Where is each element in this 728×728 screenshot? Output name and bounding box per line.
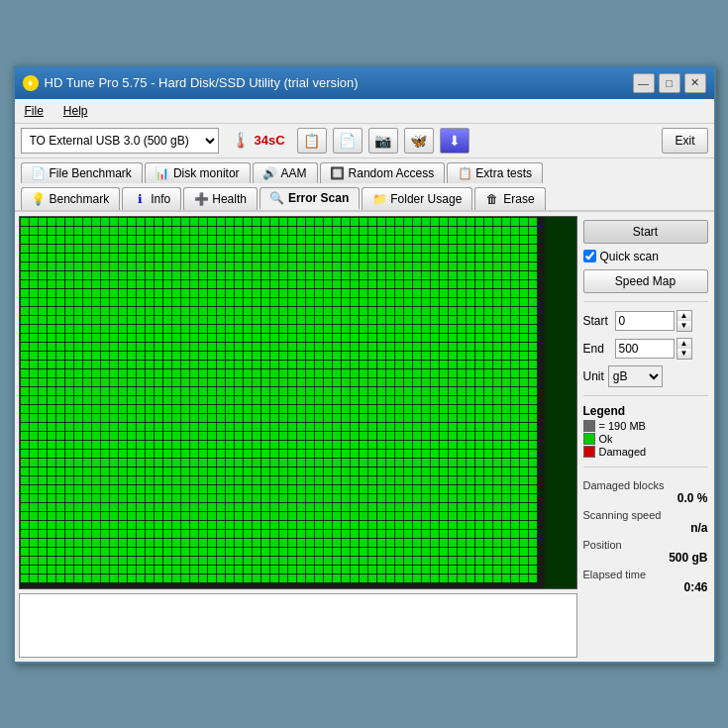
elapsed-time-value: 0:46 xyxy=(583,580,708,594)
random-access-icon: 🔲 xyxy=(331,166,345,180)
end-down-btn[interactable]: ▼ xyxy=(677,349,691,359)
legend-ok-label: Ok xyxy=(599,433,613,445)
file-benchmark-icon: 📄 xyxy=(32,166,46,180)
end-input[interactable] xyxy=(615,339,675,359)
quick-scan-label: Quick scan xyxy=(600,250,659,263)
end-up-btn[interactable]: ▲ xyxy=(677,339,691,349)
tab-aam[interactable]: 🔊 AAM xyxy=(253,162,318,183)
benchmark-icon: 💡 xyxy=(32,192,46,206)
health-icon: ➕ xyxy=(194,192,208,206)
legend-damaged-item: Damaged xyxy=(583,446,708,458)
minimize-button[interactable]: — xyxy=(633,73,655,93)
toolbar: TO External USB 3.0 (500 gB) 🌡️ 34sC 📋 📄… xyxy=(15,124,714,158)
damaged-blocks-row: Damaged blocks 0.0 % xyxy=(583,479,708,505)
tab-erase-label: Erase xyxy=(503,192,534,206)
extra-tests-icon: 📋 xyxy=(458,166,471,180)
log-area xyxy=(19,593,577,658)
elapsed-time-label: Elapsed time xyxy=(583,569,647,580)
legend-block-label: = 190 MB xyxy=(599,420,646,432)
start-up-btn[interactable]: ▲ xyxy=(677,311,691,321)
menu-file[interactable]: File xyxy=(21,102,48,120)
scan-canvas xyxy=(20,217,545,588)
legend-block-box xyxy=(583,420,595,432)
exit-button[interactable]: Exit xyxy=(662,128,707,154)
title-controls: — □ ✕ xyxy=(633,73,706,93)
tab-file-benchmark-label: File Benchmark xyxy=(50,166,132,180)
temperature-value: 34sC xyxy=(255,133,285,148)
start-button[interactable]: Start xyxy=(583,220,708,244)
end-spinners: ▲ ▼ xyxy=(676,338,692,360)
tab-disk-monitor-label: Disk monitor xyxy=(173,166,240,180)
tab-folder-usage-label: Folder Usage xyxy=(390,192,462,206)
drive-select[interactable]: TO External USB 3.0 (500 gB) xyxy=(21,128,219,154)
menu-help[interactable]: Help xyxy=(59,102,92,120)
copy-btn2[interactable]: 📄 xyxy=(333,128,363,154)
aam-icon: 🔊 xyxy=(263,166,277,180)
quick-scan-row: Quick scan xyxy=(583,250,708,263)
start-label: Start xyxy=(583,314,613,328)
error-scan-icon: 🔍 xyxy=(270,191,284,205)
start-down-btn[interactable]: ▼ xyxy=(677,321,691,331)
tab-health[interactable]: ➕ Health xyxy=(183,187,258,210)
scan-grid-container xyxy=(19,216,577,658)
quick-scan-checkbox[interactable] xyxy=(583,250,596,262)
maximize-button[interactable]: □ xyxy=(659,73,680,93)
speed-map-button[interactable]: Speed Map xyxy=(583,269,708,293)
damaged-blocks-value: 0.0 % xyxy=(583,491,708,505)
elapsed-time-row: Elapsed time 0:46 xyxy=(583,569,708,594)
right-panel: Start Quick scan Speed Map Start ▲ ▼ End xyxy=(581,216,710,658)
download-btn[interactable]: ⬇ xyxy=(440,128,469,154)
menubar: File Help xyxy=(15,99,714,124)
tab-random-access[interactable]: 🔲 Random Access xyxy=(320,162,446,183)
scanning-speed-label: Scanning speed xyxy=(583,509,662,521)
tab-error-scan-label: Error Scan xyxy=(288,191,349,205)
tab-file-benchmark[interactable]: 📄 File Benchmark xyxy=(21,162,143,183)
scan-grid xyxy=(19,216,577,589)
tab-folder-usage[interactable]: 📁 Folder Usage xyxy=(362,187,472,210)
unit-select[interactable]: gB xyxy=(608,365,663,387)
copy-btn1[interactable]: 📋 xyxy=(297,128,327,154)
tab-benchmark[interactable]: 💡 Benchmark xyxy=(21,187,121,210)
position-label: Position xyxy=(583,539,622,551)
tab-aam-label: AAM xyxy=(281,166,307,180)
legend-damaged-box xyxy=(583,446,595,458)
tab-error-scan[interactable]: 🔍 Error Scan xyxy=(260,187,360,210)
end-label: End xyxy=(583,342,613,356)
tab-info[interactable]: ℹ Info xyxy=(122,187,181,210)
window-title: HD Tune Pro 5.75 - Hard Disk/SSD Utility… xyxy=(45,75,359,90)
thermometer-icon: 🌡️ xyxy=(231,131,251,150)
camera-btn[interactable]: 📷 xyxy=(368,128,398,154)
scanning-speed-value: n/a xyxy=(583,521,708,535)
tabs-row1: 📄 File Benchmark 📊 Disk monitor 🔊 AAM 🔲 … xyxy=(15,158,714,185)
tab-extra-tests-label: Extra tests xyxy=(475,166,532,180)
divider3 xyxy=(583,467,708,468)
legend-ok-item: Ok xyxy=(583,433,708,445)
unit-row: Unit gB xyxy=(583,365,708,387)
info-icon: ℹ xyxy=(133,192,147,206)
temperature-display: 🌡️ 34sC xyxy=(225,129,291,152)
content-area: Start Quick scan Speed Map Start ▲ ▼ End xyxy=(15,212,714,662)
tab-random-access-label: Random Access xyxy=(349,166,435,180)
tab-info-label: Info xyxy=(151,192,170,206)
legend-title: Legend xyxy=(583,404,708,418)
tab-health-label: Health xyxy=(212,192,247,206)
legend-block-item: = 190 MB xyxy=(583,420,708,432)
close-button[interactable]: ✕ xyxy=(684,73,706,93)
folder-usage-icon: 📁 xyxy=(372,192,386,206)
tab-benchmark-label: Benchmark xyxy=(50,192,110,206)
start-spinners: ▲ ▼ xyxy=(676,310,692,332)
position-row: Position 500 gB xyxy=(583,539,708,565)
title-bar: ♦ HD Tune Pro 5.75 - Hard Disk/SSD Utili… xyxy=(15,67,714,99)
main-window: ♦ HD Tune Pro 5.75 - Hard Disk/SSD Utili… xyxy=(13,65,716,664)
divider1 xyxy=(583,301,708,302)
scanning-speed-row: Scanning speed n/a xyxy=(583,509,708,535)
app-icon: ♦ xyxy=(23,75,39,91)
divider2 xyxy=(583,395,708,396)
tab-extra-tests[interactable]: 📋 Extra tests xyxy=(447,162,543,183)
tab-disk-monitor[interactable]: 📊 Disk monitor xyxy=(145,162,251,183)
legend-damaged-label: Damaged xyxy=(599,446,647,458)
stats-section: Damaged blocks 0.0 % Scanning speed n/a … xyxy=(583,475,708,598)
start-input[interactable] xyxy=(615,311,675,331)
power-btn[interactable]: 🦋 xyxy=(404,128,434,154)
tab-erase[interactable]: 🗑 Erase xyxy=(474,187,545,210)
